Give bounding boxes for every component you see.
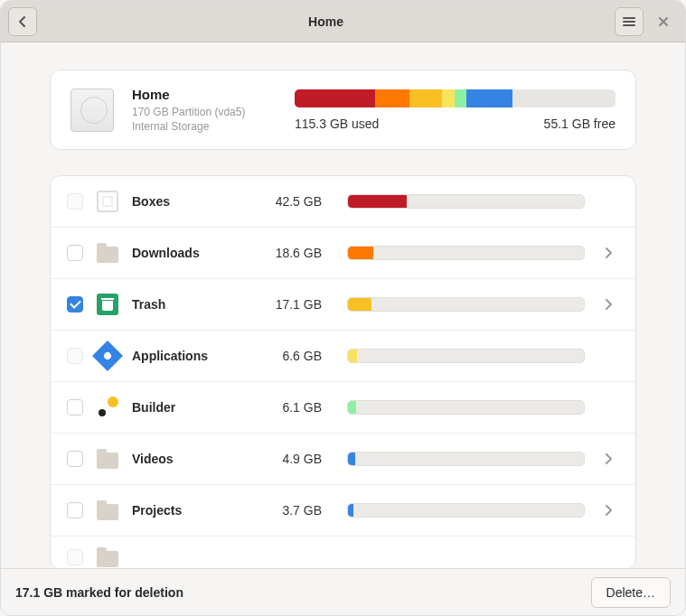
close-button[interactable]: [649, 7, 678, 36]
item-row: Builder6.1 GB: [51, 382, 635, 434]
item-bar: [347, 452, 585, 466]
item-checkbox[interactable]: [67, 399, 83, 415]
item-checkbox[interactable]: [67, 502, 83, 518]
item-name: Boxes: [132, 194, 249, 209]
usage-labels: 115.3 GB used 55.1 GB free: [295, 117, 616, 131]
summary-card: Home 170 GB Partition (vda5) Internal St…: [50, 70, 636, 150]
item-checkbox[interactable]: [67, 245, 83, 261]
headerbar: Home: [1, 1, 685, 42]
item-icon: [96, 241, 119, 265]
box-icon: [97, 191, 118, 212]
usage-segment: [375, 89, 410, 107]
item-bar: [347, 503, 585, 518]
item-icon: [96, 293, 119, 316]
footerbar: 17.1 GB marked for deletion Delete…: [1, 568, 685, 615]
items-list: Boxes42.5 GBDownloads18.6 GBTrash17.1 GB…: [50, 175, 636, 568]
chevron-left-icon: [17, 16, 28, 27]
usage-bar: [295, 89, 616, 107]
volume-name: Home: [132, 87, 277, 102]
item-bar-fill: [348, 298, 371, 311]
item-checkbox: [67, 348, 83, 364]
deletion-status: 17.1 GB marked for deletion: [15, 585, 591, 600]
close-icon: [658, 16, 669, 27]
item-name: Downloads: [132, 246, 249, 260]
item-checkbox[interactable]: [67, 296, 83, 313]
back-button[interactable]: [8, 7, 37, 36]
usage-segment: [455, 89, 466, 107]
item-name: Projects: [132, 503, 249, 518]
item-bar: [347, 246, 585, 260]
menu-button[interactable]: [615, 7, 644, 36]
hamburger-icon: [623, 16, 635, 27]
item-name: Videos: [132, 452, 249, 466]
usage-segment: [295, 89, 375, 107]
item-icon: [96, 499, 119, 522]
folder-icon: [97, 551, 118, 567]
item-bar: [347, 297, 585, 312]
trash-icon: [97, 294, 118, 315]
chevron-right-icon[interactable]: [597, 453, 619, 464]
folder-icon: [97, 453, 118, 469]
item-name: Builder: [132, 400, 249, 415]
chevron-right-icon[interactable]: [597, 247, 619, 258]
item-size: 18.6 GB: [262, 246, 322, 260]
item-row: Downloads18.6 GB: [51, 228, 635, 279]
disk-icon: [70, 89, 114, 132]
partial-row: [51, 537, 635, 568]
item-checkbox: [67, 193, 83, 210]
item-row: Projects3.7 GB: [51, 485, 635, 537]
usage-segment: [442, 89, 455, 107]
item-bar: [347, 400, 585, 415]
item-size: 4.9 GB: [262, 452, 322, 466]
folder-icon: [97, 247, 118, 263]
item-row: Videos4.9 GB: [51, 434, 635, 485]
item-row: Boxes42.5 GB: [51, 176, 635, 228]
item-name: Trash: [132, 297, 249, 312]
item-checkbox[interactable]: [67, 451, 83, 467]
used-label: 115.3 GB used: [295, 117, 379, 131]
item-icon: [96, 344, 119, 368]
item-icon: [96, 546, 119, 568]
chevron-right-icon[interactable]: [597, 299, 619, 310]
item-row: Trash17.1 GB: [51, 279, 635, 331]
delete-button[interactable]: Delete…: [591, 577, 671, 608]
free-label: 55.1 GB free: [544, 117, 616, 131]
item-bar: [347, 349, 585, 363]
item-bar-fill: [348, 247, 373, 259]
item-bar-fill: [348, 350, 357, 362]
item-bar-fill: [348, 453, 355, 465]
item-icon: [96, 190, 119, 213]
item-bar-fill: [348, 401, 356, 414]
usage-segment: [409, 89, 442, 107]
item-bar: [347, 194, 585, 209]
summary-text: Home 170 GB Partition (vda5) Internal St…: [132, 87, 277, 133]
chevron-right-icon[interactable]: [597, 505, 619, 516]
usage-segment: [466, 89, 512, 107]
storage-type: Internal Storage: [132, 120, 277, 133]
item-bar-fill: [348, 195, 407, 208]
item-row: Applications6.6 GB: [51, 331, 635, 382]
item-name: Applications: [132, 349, 249, 363]
item-size: 3.7 GB: [262, 503, 322, 518]
item-size: 6.1 GB: [262, 400, 322, 415]
content-area: Home 170 GB Partition (vda5) Internal St…: [1, 42, 685, 568]
folder-icon: [97, 504, 118, 520]
item-icon: [96, 396, 119, 419]
item-size: 42.5 GB: [262, 194, 322, 209]
item-size: 6.6 GB: [262, 349, 322, 363]
item-checkbox: [67, 549, 83, 565]
item-icon: [96, 447, 119, 471]
item-bar-fill: [348, 504, 353, 517]
usage-column: 115.3 GB used 55.1 GB free: [295, 89, 616, 131]
item-size: 17.1 GB: [262, 297, 322, 312]
app-icon: [92, 341, 123, 371]
window-title: Home: [37, 14, 615, 29]
partition-label: 170 GB Partition (vda5): [132, 106, 277, 118]
builder-icon: [97, 397, 118, 418]
